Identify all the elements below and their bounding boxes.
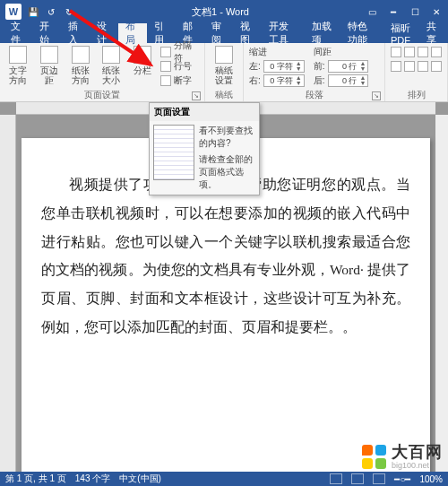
group-icon[interactable] [418, 61, 428, 72]
watermark: 大百网 big100.net [362, 444, 443, 470]
tab-insert[interactable]: 插入 [61, 23, 90, 43]
text-direction-button[interactable]: 文字方向 [5, 46, 31, 85]
window-title: 文档1 - Word [75, 5, 366, 19]
page-setup-tooltip: 页面设置 看不到要查找的内容? 请检查全部的页面格式选项。 [149, 102, 260, 195]
indent-right-label: 右: [249, 74, 261, 87]
tab-references[interactable]: 引用 [147, 23, 176, 43]
hyphenation-button[interactable]: 断字 [160, 74, 199, 87]
tab-dev[interactable]: 开发工具 [262, 23, 305, 43]
document-body-text: 视频提供了功能强大的方法帮助您证明您的观点。当您单击联机视频时，可以在想要添加的… [41, 170, 410, 342]
close-icon[interactable]: ✕ [430, 7, 443, 17]
paragraph-launcher[interactable]: ↘ [372, 91, 381, 100]
word-icon: W [5, 4, 22, 20]
page-setup-launcher[interactable]: ↘ [192, 91, 201, 100]
paragraph-group-label: 段落 [306, 90, 323, 100]
zoom-level[interactable]: 100% [419, 474, 443, 484]
indent-left-label: 左: [249, 60, 261, 73]
position-icon[interactable] [391, 47, 401, 57]
bring-forward-icon[interactable] [418, 47, 428, 57]
tooltip-title: 页面设置 [150, 103, 259, 121]
orientation-button[interactable]: 纸张方向 [67, 46, 93, 85]
indent-right-input[interactable]: 0 字符▲▼ [263, 74, 305, 87]
line-numbers-button[interactable]: 行号 [160, 60, 199, 73]
blank-settings-button[interactable]: 稿纸设置 [211, 46, 237, 85]
ribbon-display-icon[interactable]: ▭ [366, 7, 378, 17]
tab-addins[interactable]: 加载项 [305, 23, 340, 43]
tooltip-line-2: 请检查全部的页面格式选项。 [199, 153, 255, 191]
tooltip-thumbnail [153, 125, 194, 180]
undo-icon[interactable]: ↺ [45, 5, 57, 18]
group-arrange: 排列 [385, 43, 448, 101]
spacing-label: 间距 [314, 46, 369, 58]
vertical-scrollbar[interactable] [435, 115, 448, 472]
arrange-group-label: 排列 [391, 89, 442, 100]
redo-icon[interactable]: ↻ [63, 5, 75, 18]
tab-view[interactable]: 视图 [233, 23, 262, 43]
indent-label: 缩进 [249, 46, 305, 58]
margins-button[interactable]: 页边距 [37, 46, 63, 85]
ribbon-tabs: 文件 开始 插入 设计 布局 引用 邮件 审阅 视图 开发工具 加载项 特色功能… [0, 23, 448, 43]
tab-foxit[interactable]: 福昕PDF [383, 23, 426, 43]
space-after-label: 后: [314, 74, 325, 87]
tab-review[interactable]: 审阅 [204, 23, 233, 43]
vertical-ruler[interactable] [0, 115, 16, 472]
status-word-count[interactable]: 143 个字 [75, 473, 110, 485]
page-setup-group-label: 页面设置 [84, 90, 120, 100]
rotate-icon[interactable] [431, 61, 442, 72]
group-blank: 稿纸设置 稿纸 [205, 43, 244, 101]
view-read-icon[interactable] [330, 473, 342, 484]
tooltip-line-1: 看不到要查找的内容? [199, 125, 255, 150]
document-area: 视频提供了功能强大的方法帮助您证明您的观点。当您单击联机视频时，可以在想要添加的… [0, 102, 448, 472]
statusbar: 第 1 页, 共 1 页 143 个字 中文(中国) ━○━ 100% [0, 472, 448, 486]
zoom-slider[interactable]: ━○━ [394, 474, 410, 484]
space-after-input[interactable]: 0 行▲▼ [328, 74, 369, 87]
group-paragraph: 缩进 左:0 字符▲▼ 右:0 字符▲▼ 间距 前:0 行▲▼ 后:0 行▲▼ … [244, 43, 385, 101]
tab-layout[interactable]: 布局 [118, 23, 147, 43]
columns-button[interactable]: 分栏 [129, 46, 155, 75]
status-language[interactable]: 中文(中国) [119, 473, 161, 485]
tab-file[interactable]: 文件 [4, 23, 32, 43]
watermark-logo-icon [362, 445, 386, 469]
breaks-button[interactable]: 分隔符 [160, 46, 199, 58]
watermark-url: big100.net [392, 462, 443, 470]
watermark-name: 大百网 [392, 444, 443, 460]
wrap-text-icon[interactable] [404, 47, 415, 57]
align-icon[interactable] [404, 61, 415, 72]
quick-access-toolbar: 💾 ↺ ↻ [27, 5, 75, 18]
tab-design[interactable]: 设计 [90, 23, 118, 43]
maximize-icon[interactable]: ☐ [409, 7, 421, 17]
size-button[interactable]: 纸张大小 [99, 46, 125, 85]
view-web-icon[interactable] [373, 473, 385, 484]
save-icon[interactable]: 💾 [27, 5, 39, 18]
ribbon: 文字方向 页边距 纸张方向 纸张大小 分栏 分隔符 行号 断字 页面设置↘ 稿纸… [0, 43, 448, 102]
status-page[interactable]: 第 1 页, 共 1 页 [5, 473, 66, 485]
space-before-label: 前: [314, 60, 325, 73]
send-backward-icon[interactable] [431, 47, 442, 57]
view-print-icon[interactable] [351, 473, 364, 484]
selection-pane-icon[interactable] [391, 61, 401, 72]
indent-left-input[interactable]: 0 字符▲▼ [263, 60, 305, 73]
tab-special[interactable]: 特色功能 [340, 23, 383, 43]
group-page-setup: 文字方向 页边距 纸张方向 纸张大小 分栏 分隔符 行号 断字 页面设置↘ [0, 43, 205, 101]
space-before-input[interactable]: 0 行▲▼ [328, 60, 369, 73]
blank-group-label: 稿纸 [211, 89, 237, 100]
tab-home[interactable]: 开始 [32, 23, 61, 43]
minimize-icon[interactable]: ━ [387, 7, 400, 17]
